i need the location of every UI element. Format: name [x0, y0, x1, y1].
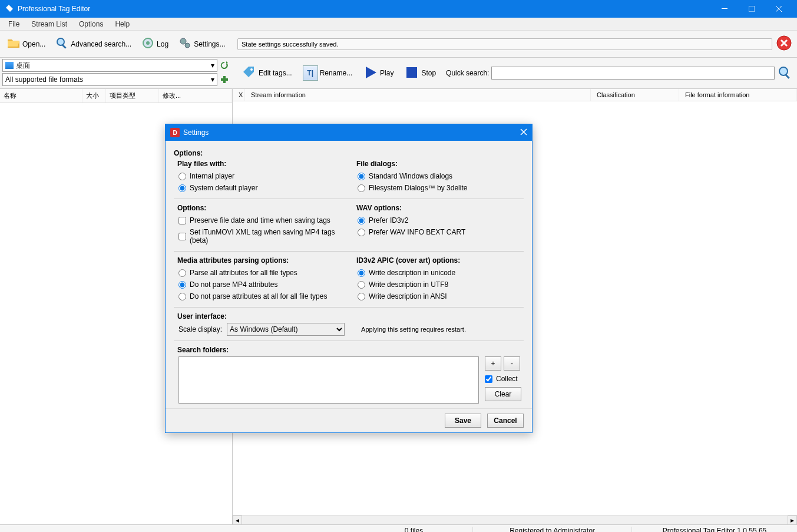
radio-parse-all[interactable]: Parse all attributes for all file types — [178, 267, 345, 279]
settings-button[interactable]: Settings... — [174, 33, 229, 55]
horizontal-scrollbar[interactable]: ◂ ▸ — [233, 515, 797, 524]
stop-button[interactable]: Stop — [400, 62, 440, 85]
media-parsing-label: Media attributes parsing options: — [177, 256, 345, 265]
tab-close[interactable]: X — [233, 89, 245, 101]
check-itunmovi[interactable]: Set iTunMOVI XML tag when saving MP4 tag… — [178, 226, 345, 246]
col-type[interactable]: 项目类型 — [106, 89, 159, 103]
menu-help[interactable]: Help — [109, 19, 135, 29]
refresh-button[interactable] — [219, 60, 230, 71]
scroll-right-icon[interactable]: ▸ — [788, 516, 797, 525]
add-folder-btn[interactable]: + — [485, 356, 501, 371]
col-modified[interactable]: 修改... — [159, 89, 232, 103]
check-collect[interactable]: Collect — [485, 373, 518, 385]
menu-file[interactable]: File — [2, 19, 25, 29]
radio-prefer-id3v2[interactable]: Prefer ID3v2 — [358, 214, 524, 226]
radio-apic-unicode[interactable]: Write description in unicode — [358, 267, 524, 279]
add-folder-button[interactable] — [219, 74, 230, 85]
desktop-icon — [5, 62, 14, 69]
status-registered: Registered to Administrator — [473, 527, 632, 533]
menu-options[interactable]: Options — [73, 19, 109, 29]
clear-button[interactable]: Clear — [485, 387, 521, 401]
options-heading: Options: — [174, 149, 524, 157]
settings-dialog: D Settings Options: Play files with: Int… — [165, 124, 533, 433]
svg-point-11 — [250, 68, 253, 71]
chevron-down-icon: ▾ — [211, 61, 214, 70]
menu-stream-list[interactable]: Stream List — [25, 19, 73, 29]
scale-display-select[interactable]: As Windows (Default) — [227, 323, 345, 336]
location-combo[interactable]: 桌面 ▾ — [2, 59, 217, 72]
folder-open-icon — [6, 36, 21, 52]
rename-button[interactable]: T| Rename... — [299, 62, 356, 84]
cancel-button[interactable]: Cancel — [487, 414, 524, 428]
settings-label: Settings... — [194, 40, 225, 48]
search-icon[interactable] — [777, 65, 792, 82]
window-titlebar: Professional Tag Editor — [0, 0, 797, 18]
menubar: File Stream List Options Help — [0, 18, 797, 31]
dialog-title-text: Settings — [183, 128, 520, 137]
wav-options-label: WAV options: — [356, 204, 524, 212]
svg-rect-0 — [722, 8, 727, 9]
gear-clock-icon — [141, 36, 155, 52]
close-button[interactable] — [765, 0, 792, 18]
svg-point-6 — [180, 38, 186, 44]
ui-label: User interface: — [177, 312, 524, 320]
radio-system-default[interactable]: System default player — [178, 182, 345, 194]
open-label: Open... — [22, 40, 45, 48]
save-button[interactable]: Save — [445, 414, 481, 428]
check-preserve-date[interactable]: Preserve file date and time when saving … — [178, 214, 345, 226]
scroll-left-icon[interactable]: ◂ — [233, 516, 242, 525]
location-text: 桌面 — [16, 61, 30, 71]
dialog-close-button[interactable] — [520, 128, 527, 137]
open-button[interactable]: Open... — [2, 33, 49, 55]
statusbar: 0 files Registered to Administrator Prof… — [0, 524, 797, 532]
col-name[interactable]: 名称 — [0, 89, 82, 103]
radio-apic-utf8[interactable]: Write description in UTF8 — [358, 279, 524, 290]
svg-rect-3 — [62, 44, 67, 49]
rename-label: Rename... — [320, 69, 352, 77]
tab-stream-info[interactable]: Stream information — [245, 89, 591, 101]
log-button[interactable]: Log — [137, 33, 173, 55]
svg-rect-1 — [749, 6, 755, 12]
status-files: 0 files — [355, 527, 473, 533]
close-status-icon[interactable] — [776, 35, 792, 53]
radio-prefer-wav-info[interactable]: Prefer WAV INFO BEXT CART — [358, 226, 524, 238]
radio-internal-player[interactable]: Internal player — [178, 170, 345, 182]
svg-rect-14 — [785, 74, 790, 79]
play-button[interactable]: Play — [359, 62, 398, 85]
svg-point-7 — [185, 43, 190, 48]
magnifier-icon — [55, 36, 69, 52]
radio-apic-ansi[interactable]: Write description in ANSI — [358, 290, 524, 302]
advanced-search-button[interactable]: Advanced search... — [51, 33, 135, 55]
svg-point-13 — [779, 67, 788, 75]
remove-folder-btn[interactable]: - — [504, 356, 520, 371]
quick-search-label: Quick search: — [446, 69, 489, 77]
search-folders-label: Search folders: — [177, 346, 524, 354]
search-folders-list[interactable] — [178, 356, 479, 404]
status-version: Professional Tag Editor 1.0.55.65 — [632, 527, 797, 533]
file-dialogs-label: File dialogs: — [356, 160, 524, 168]
edit-tags-button[interactable]: Edit tags... — [237, 62, 296, 85]
status-message: State settings successfully saved. — [237, 38, 772, 50]
status-area: State settings successfully saved. — [233, 31, 797, 57]
svg-rect-10 — [221, 78, 228, 81]
advsearch-label: Advanced search... — [71, 40, 131, 48]
tab-classification[interactable]: Classification — [591, 89, 679, 101]
dialog-titlebar: D Settings — [166, 124, 532, 141]
maximize-button[interactable] — [738, 0, 765, 18]
col-size[interactable]: 大小 — [82, 89, 106, 103]
filter-combo[interactable]: All supported file formats ▾ — [2, 73, 217, 86]
dialog-icon: D — [170, 128, 180, 137]
toolbar-left: Open... Advanced search... Log Settings.… — [0, 31, 233, 57]
radio-no-parse[interactable]: Do not parse attributes at all for all f… — [178, 290, 345, 302]
radio-std-dialogs[interactable]: Standard Windows dialogs — [358, 170, 524, 182]
stop-icon — [404, 65, 419, 82]
tab-file-format[interactable]: File format information — [679, 89, 797, 101]
quick-search-input[interactable] — [491, 67, 775, 80]
radio-no-mp4[interactable]: Do not parse MP4 attributes — [178, 279, 345, 290]
radio-3delite-dialogs[interactable]: Filesystem Dialogs™ by 3delite — [358, 182, 524, 194]
play-label: Play — [380, 69, 393, 77]
scale-note: Applying this setting requires restart. — [361, 326, 466, 333]
minimize-button[interactable] — [711, 0, 738, 18]
apic-label: ID3v2 APIC (cover art) options: — [356, 256, 524, 265]
window-title: Professional Tag Editor — [18, 5, 711, 13]
